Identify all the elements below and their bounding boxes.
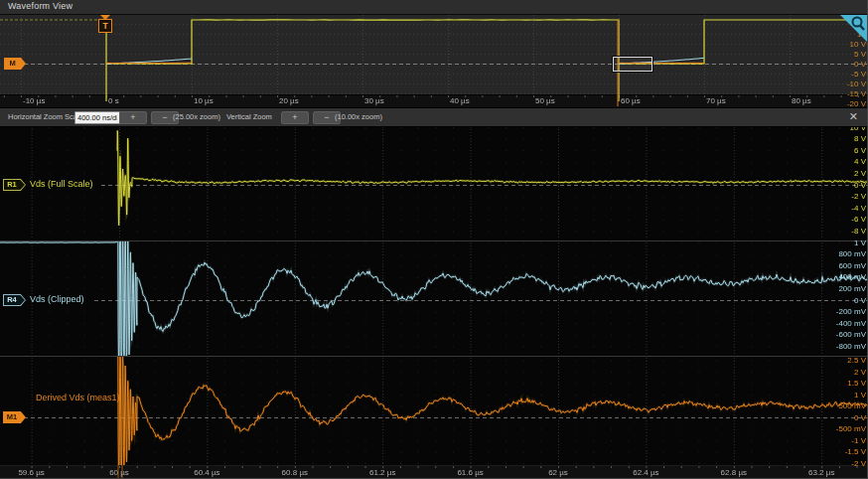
panel-separator (0, 240, 868, 241)
m1-label: Derived Vds (meas1) (36, 393, 120, 402)
r1-label: Vds (Full Scale) (30, 179, 93, 189)
magnifier-icon (845, 13, 868, 41)
horizontal-scale-input[interactable] (74, 111, 120, 124)
trigger-marker[interactable]: T (98, 14, 113, 34)
trigger-badge: T (98, 19, 112, 33)
vertical-zoom-in-button[interactable]: + (281, 111, 309, 124)
horizontal-zoom-in-button[interactable]: + (119, 111, 147, 124)
math-marker-badge[interactable]: M (4, 58, 26, 70)
r4-label: Vds (Clipped) (30, 294, 84, 304)
window-title: Waveform View (8, 1, 72, 11)
waveform-canvas (0, 0, 868, 479)
zoom-region-box[interactable] (613, 57, 652, 72)
vertical-zoom-factor: (10.00x zoom) (335, 112, 382, 121)
horizontal-zoom-factor: (25.00x zoom) (173, 112, 220, 121)
zoom-toolbar: Horizontal Zoom Scale + − (25.00x zoom) … (0, 107, 868, 127)
badge-m1[interactable]: M1 (3, 411, 26, 423)
panel-separator (0, 356, 868, 357)
zoom-overview-handle-icon[interactable] (839, 14, 867, 42)
title-bar[interactable]: Waveform View (0, 0, 868, 15)
close-icon[interactable]: ✕ (849, 110, 858, 123)
badge-r4[interactable]: R4 (3, 294, 26, 306)
badge-r1[interactable]: R1 (3, 179, 26, 191)
waveform-view-window: Waveform View Horizontal Zoom Scale + − … (0, 0, 868, 479)
horizontal-zoom-scale-label: Horizontal Zoom Scale (8, 112, 83, 121)
vertical-zoom-label: Vertical Zoom (226, 112, 272, 121)
